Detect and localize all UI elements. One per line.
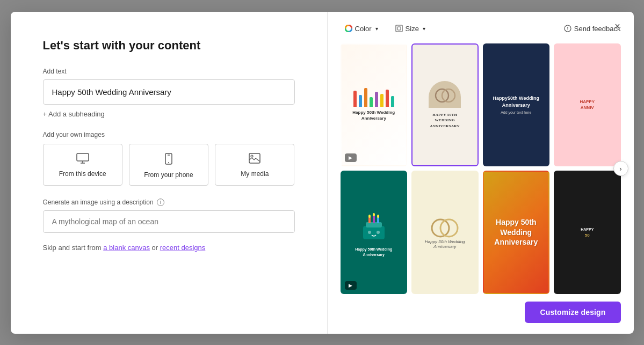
my-media-label: My media xyxy=(241,170,269,178)
template-7-label: Happy 50thWeddingAnniversary xyxy=(494,217,538,247)
template-3-title: Happy50th Wedding Anniversary xyxy=(489,95,544,108)
svg-rect-10 xyxy=(397,27,401,30)
add-subheading-label: + Add a subheading xyxy=(43,110,105,118)
templates-grid: Happy 50th Wedding Anniversary ▶ HAPPY xyxy=(341,43,621,294)
template-6-label: Happy 50th Wedding Anniversary xyxy=(417,239,473,249)
rings-beige-svg xyxy=(429,215,461,239)
video-badge-1: ▶ xyxy=(345,153,357,162)
size-chevron-icon: ▾ xyxy=(423,26,425,32)
add-images-label: Add your own images xyxy=(43,131,295,138)
title-text-input[interactable] xyxy=(43,79,295,105)
candles-decoration xyxy=(353,88,394,107)
right-toolbar: Color ▾ Size ▾ xyxy=(341,23,621,35)
template-card-1[interactable]: Happy 50th Wedding Anniversary ▶ xyxy=(341,43,408,167)
svg-rect-9 xyxy=(396,25,402,32)
template-4-label: HAPPYANNIV xyxy=(580,99,595,111)
template-card-5[interactable]: Happy 50th WeddingAnniversary ▶ xyxy=(341,171,408,294)
arch-decoration xyxy=(429,81,461,108)
template-card-6[interactable]: Happy 50th Wedding Anniversary xyxy=(411,171,479,294)
video-badge-5: ▶ xyxy=(345,281,357,290)
image-icon xyxy=(249,153,261,166)
next-icon: › xyxy=(619,165,621,173)
template-8-label: HAPPY xyxy=(581,227,594,233)
next-templates-button[interactable]: › xyxy=(613,161,628,176)
svg-rect-19 xyxy=(373,215,375,223)
generate-image-input[interactable] xyxy=(43,210,295,233)
image-source-buttons: From this device From your phone xyxy=(43,144,295,186)
template-5-label: Happy 50th WeddingAnniversary xyxy=(355,247,392,258)
template-card-4[interactable]: HAPPYANNIV xyxy=(554,43,621,167)
color-filter-button[interactable]: Color ▾ xyxy=(341,23,382,35)
template-2-label: HAPPY 50THWEDDINGANNIVERSARY xyxy=(430,112,460,129)
svg-point-22 xyxy=(373,213,375,216)
rings-svg xyxy=(431,84,458,105)
add-text-label: Add text xyxy=(43,68,295,75)
blank-canvas-link[interactable]: a blank canvas xyxy=(103,244,150,252)
feedback-icon xyxy=(564,25,571,32)
svg-point-13 xyxy=(567,30,568,30)
close-button[interactable]: × xyxy=(610,19,625,34)
recent-designs-link[interactable]: recent designs xyxy=(160,244,206,252)
from-phone-button[interactable]: From your phone xyxy=(129,144,208,186)
template-card-2[interactable]: HAPPY 50THWEDDINGANNIVERSARY xyxy=(411,43,479,167)
skip-text: Skip and start from a blank canvas or re… xyxy=(43,244,295,252)
modal-backdrop: × Let's start with your content Add text… xyxy=(0,0,644,345)
template-3-sub: Add your text here xyxy=(501,111,531,114)
right-panel: Color ▾ Size ▾ xyxy=(328,12,634,334)
panel-title: Let's start with your content xyxy=(43,39,295,53)
my-media-button[interactable]: My media xyxy=(215,144,294,186)
size-filter-button[interactable]: Size ▾ xyxy=(391,23,430,35)
template-card-3[interactable]: Happy50th Wedding Anniversary Add your t… xyxy=(483,43,550,167)
template-card-7[interactable]: Happy 50thWeddingAnniversary xyxy=(483,171,550,294)
cake-svg xyxy=(358,207,390,245)
svg-point-24 xyxy=(368,231,371,234)
template-8-number: 50 xyxy=(585,233,590,238)
generate-label-text: Generate an image using a description xyxy=(43,199,154,206)
phone-icon xyxy=(165,153,172,167)
template-card-8[interactable]: HAPPY 50 xyxy=(554,171,621,294)
template-1-label: Happy 50th Wedding Anniversary xyxy=(346,110,402,121)
svg-point-21 xyxy=(368,215,371,218)
toolbar-left: Color ▾ Size ▾ xyxy=(341,23,430,35)
svg-rect-0 xyxy=(77,153,89,161)
svg-point-7 xyxy=(251,155,253,157)
from-device-button[interactable]: From this device xyxy=(43,144,122,186)
svg-point-4 xyxy=(168,162,169,163)
svg-point-25 xyxy=(377,231,380,234)
color-palette-icon xyxy=(345,25,352,32)
customize-design-button[interactable]: Customize design xyxy=(525,302,620,323)
size-label: Size xyxy=(406,25,419,33)
color-label: Color xyxy=(355,25,372,33)
from-phone-label: From your phone xyxy=(144,171,193,179)
from-device-label: From this device xyxy=(59,170,106,178)
color-chevron-icon: ▾ xyxy=(375,26,378,32)
size-icon xyxy=(395,25,403,32)
svg-point-23 xyxy=(377,215,379,218)
generate-label-row: Generate an image using a description i xyxy=(43,199,295,206)
svg-rect-16 xyxy=(363,226,385,239)
info-icon[interactable]: i xyxy=(157,199,164,206)
monitor-icon xyxy=(76,153,89,166)
left-panel: Let's start with your content Add text +… xyxy=(11,12,328,334)
modal: × Let's start with your content Add text… xyxy=(11,12,634,334)
add-subheading-button[interactable]: + Add a subheading xyxy=(43,110,295,118)
